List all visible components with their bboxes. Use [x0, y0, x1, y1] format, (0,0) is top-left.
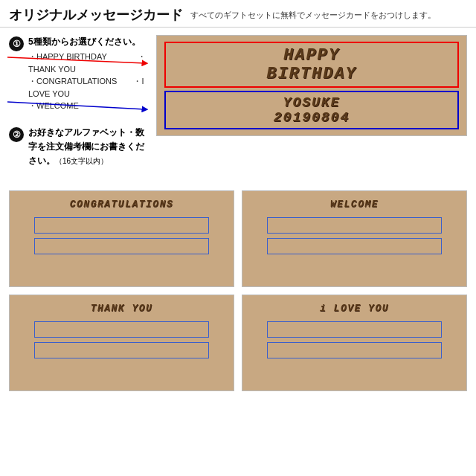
sample-line-1-iloveyou — [267, 321, 442, 338]
preview-name: YOSUKE — [170, 95, 453, 110]
sample-title-welcome: WELCOME — [330, 199, 379, 210]
sample-card-welcome: WELCOME — [242, 190, 467, 287]
sample-title-iloveyou: i LOVE YOU — [320, 303, 389, 314]
preview-column: HAPPY BIRTHDAY YOSUKE 20190804 — [156, 35, 467, 183]
step-1-list: HAPPY BIRTHDAY ・THANK YOU CONGRATULATION… — [28, 51, 150, 112]
preview-card: HAPPY BIRTHDAY YOSUKE 20190804 — [156, 35, 467, 136]
step-2-circle: ② — [9, 127, 24, 142]
sample-grid: CONGRATULATIONS WELCOME THANK YOU i LOVE… — [0, 183, 476, 399]
sample-line-2-congratulations — [34, 238, 209, 254]
step-1-item-1: HAPPY BIRTHDAY ・THANK YOU — [28, 51, 150, 75]
preview-date: 20190804 — [170, 110, 453, 125]
sample-line-2-welcome — [267, 238, 442, 254]
page-header: オリジナルメッセージカード すべてのギフトセットに無料でメッセージカードをおつけ… — [0, 0, 476, 28]
sample-line-2-thankyou — [34, 342, 209, 358]
step-1-circle: ① — [9, 36, 24, 51]
sample-card-iloveyou: i LOVE YOU — [242, 295, 467, 391]
sample-card-congratulations: CONGRATULATIONS — [9, 190, 234, 287]
sample-title-congratulations: CONGRATULATIONS — [70, 199, 174, 210]
sample-line-2-iloveyou — [267, 342, 442, 358]
header-subtitle: すべてのギフトセットに無料でメッセージカードをおつけします。 — [190, 10, 436, 21]
preview-row-blue: YOSUKE 20190804 — [164, 91, 459, 129]
preview-card-wrapper: HAPPY BIRTHDAY YOSUKE 20190804 — [156, 35, 467, 136]
step-1-item-3: WELCOME — [28, 100, 150, 112]
sample-card-thankyou: THANK YOU — [9, 295, 234, 391]
preview-row-red: HAPPY BIRTHDAY — [164, 42, 459, 88]
step-1-item-2: CONGRATULATIONS ・I LOVE YOU — [28, 75, 150, 100]
step-2-text: お好きなアルファベット・数字を注文備考欄にお書きください。（16文字以内） — [28, 126, 150, 170]
step-2-block: ② お好きなアルファベット・数字を注文備考欄にお書きください。（16文字以内） — [9, 126, 150, 170]
sample-line-1-thankyou — [34, 321, 209, 338]
sample-title-thankyou: THANK YOU — [91, 303, 153, 314]
step-1-heading: 5種類からお選びください。 — [28, 35, 150, 49]
sample-line-1-congratulations — [34, 217, 209, 234]
step-1-block: ① 5種類からお選びください。 HAPPY BIRTHDAY ・THANK YO… — [9, 35, 150, 112]
preview-happy: HAPPY — [170, 46, 453, 65]
step-2-heading: お好きなアルファベット・数字を注文備考欄にお書きください。（16文字以内） — [28, 126, 150, 169]
main-section: ① 5種類からお選びください。 HAPPY BIRTHDAY ・THANK YO… — [0, 28, 476, 183]
page-title: オリジナルメッセージカード — [9, 6, 183, 24]
preview-birthday: BIRTHDAY — [170, 65, 453, 83]
step-1-text: 5種類からお選びください。 HAPPY BIRTHDAY ・THANK YOU … — [28, 35, 150, 112]
sample-line-1-welcome — [267, 217, 442, 234]
instructions-column: ① 5種類からお選びください。 HAPPY BIRTHDAY ・THANK YO… — [9, 35, 150, 183]
